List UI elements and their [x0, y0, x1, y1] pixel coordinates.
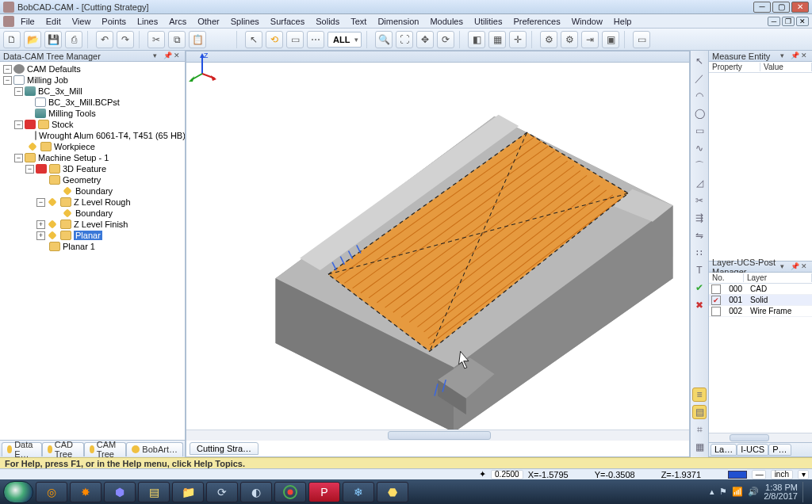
save-button[interactable]: 💾: [44, 31, 62, 48]
tree-bcpst[interactable]: BC_3x_Mill.BCPst: [48, 97, 120, 107]
panel-options-icon[interactable]: ▾: [153, 52, 161, 60]
checkbox-icon[interactable]: [711, 284, 721, 294]
show-desktop-button[interactable]: [802, 482, 809, 502]
tree-3d-feature[interactable]: 3D Feature: [63, 164, 106, 174]
menu-preferences[interactable]: Preferences: [508, 16, 565, 27]
fillet-icon[interactable]: ⌒: [692, 158, 707, 173]
open-button[interactable]: 📂: [24, 31, 41, 48]
checkbox-icon[interactable]: [711, 307, 721, 316]
collapse-icon[interactable]: +: [36, 220, 45, 229]
scrollbar-thumb[interactable]: [730, 434, 769, 441]
panel-close-icon[interactable]: ✕: [801, 52, 809, 60]
task-item[interactable]: ◎: [36, 482, 67, 502]
select-mode-button[interactable]: ⋯: [307, 31, 324, 48]
tree-planar[interactable]: Planar: [74, 231, 102, 240]
text-icon[interactable]: T: [692, 263, 707, 277]
tree-milling-tools[interactable]: Milling Tools: [48, 109, 96, 118]
color-swatch[interactable]: [728, 471, 747, 479]
paste-button[interactable]: 📋: [189, 31, 206, 48]
task-item[interactable]: ◐: [240, 482, 272, 502]
ok-icon[interactable]: ✔: [692, 281, 707, 295]
tree-milling-job[interactable]: Milling Job: [27, 75, 68, 85]
panel-pin-icon[interactable]: 📌: [791, 52, 799, 60]
minimize-button[interactable]: ─: [753, 2, 771, 13]
redo-button[interactable]: ↷: [117, 31, 134, 48]
zoom-button[interactable]: 🔍: [375, 31, 393, 48]
select-filter-combo[interactable]: ALL: [327, 32, 362, 48]
task-item[interactable]: ⟳: [206, 482, 238, 502]
tree-material[interactable]: Wrought Alum 6061-T4, T451 (65 HB): [39, 131, 185, 140]
select-chain-button[interactable]: ⟲: [266, 31, 283, 48]
panel-pin-icon[interactable]: 📌: [791, 263, 799, 271]
task-item[interactable]: P: [308, 482, 340, 502]
cam-tree[interactable]: −CAM Defaults −Milling Job −BC_3x_Mill B…: [0, 62, 185, 440]
print-button[interactable]: ⎙: [65, 31, 82, 48]
layer-row[interactable]: ✔001Solid: [709, 295, 812, 306]
cut-button[interactable]: ✂: [147, 31, 165, 48]
rotate-button[interactable]: ⟳: [437, 31, 454, 48]
menu-points[interactable]: Points: [97, 16, 131, 27]
sim-button[interactable]: ⚙: [540, 31, 557, 48]
tree-machine-setup[interactable]: Machine Setup - 1: [38, 153, 109, 162]
scrollbar-thumb[interactable]: [388, 431, 491, 440]
array-icon[interactable]: ∷: [692, 246, 707, 260]
menu-solids[interactable]: Solids: [311, 16, 344, 27]
cancel-icon[interactable]: ✖: [692, 298, 707, 312]
layer-row[interactable]: 002Wire Frame: [709, 306, 812, 317]
panel-pin-icon[interactable]: 📌: [163, 52, 171, 60]
panel-close-icon[interactable]: ✕: [801, 263, 809, 271]
expand-icon[interactable]: −: [3, 65, 12, 74]
tab-cad-tree[interactable]: CAD Tree: [42, 442, 84, 456]
task-item[interactable]: ⬢: [104, 482, 136, 502]
tray-flag-icon[interactable]: ⚑: [719, 487, 727, 497]
tab-layer[interactable]: La…: [710, 444, 737, 456]
menu-arcs[interactable]: Arcs: [164, 16, 191, 27]
tab-bobart[interactable]: BobArt…: [126, 442, 183, 456]
tree-cam-defaults[interactable]: CAM Defaults: [27, 64, 81, 74]
task-item[interactable]: ❄: [343, 482, 374, 502]
tree-planar1[interactable]: Planar 1: [63, 242, 95, 251]
checkbox-icon[interactable]: ✔: [711, 296, 721, 305]
menu-dimension[interactable]: Dimension: [373, 16, 423, 27]
color-icon[interactable]: ▤: [692, 405, 707, 419]
viewport-tab[interactable]: Cutting Stra…: [190, 442, 259, 455]
close-button[interactable]: ✕: [791, 2, 809, 13]
expand-icon[interactable]: −: [14, 87, 23, 96]
menu-help[interactable]: Help: [609, 16, 637, 27]
arc-icon[interactable]: ◠: [692, 89, 707, 103]
tree-stock[interactable]: Stock: [52, 120, 74, 129]
menu-surfaces[interactable]: Surfaces: [266, 16, 309, 27]
wireframe-button[interactable]: ▦: [488, 31, 506, 48]
menu-lines[interactable]: Lines: [132, 16, 163, 27]
tree-bc3xmill[interactable]: BC_3x_Mill: [38, 86, 82, 96]
tab-ucs[interactable]: I-UCS: [737, 444, 768, 456]
tray-volume-icon[interactable]: 🔊: [748, 487, 759, 497]
expand-icon[interactable]: −: [36, 198, 45, 207]
tab-post[interactable]: P…: [768, 444, 791, 456]
mdi-restore-button[interactable]: ❐: [782, 17, 795, 26]
pan-button[interactable]: ✥: [416, 31, 434, 48]
menu-other[interactable]: Other: [193, 16, 224, 27]
increment-field[interactable]: 0.2500: [491, 470, 523, 479]
menu-utilities[interactable]: Utilities: [469, 16, 507, 27]
post-button[interactable]: ⚙: [561, 31, 578, 48]
tree-geometry[interactable]: Geometry: [63, 175, 101, 185]
menu-window[interactable]: Window: [567, 16, 607, 27]
calc-icon[interactable]: ⌗: [692, 422, 707, 437]
task-item[interactable]: ⬣: [377, 482, 408, 502]
offset-icon[interactable]: ⇶: [692, 211, 707, 225]
circle-icon[interactable]: ◯: [692, 106, 707, 120]
rect-icon[interactable]: ▭: [692, 124, 707, 138]
origin-button[interactable]: ✛: [509, 31, 527, 48]
undo-button[interactable]: ↶: [96, 31, 113, 48]
task-item[interactable]: ▤: [138, 482, 170, 502]
stock-button[interactable]: ▣: [602, 31, 619, 48]
menu-splines[interactable]: Splines: [226, 16, 264, 27]
maximize-button[interactable]: ▢: [772, 2, 790, 13]
panel-options-icon[interactable]: ▾: [780, 52, 788, 60]
menu-file[interactable]: File: [16, 16, 40, 27]
layer-row[interactable]: 000CAD: [709, 284, 812, 295]
viewport-3d[interactable]: z Cutting Stra…: [186, 51, 690, 457]
grid-icon[interactable]: ▦: [692, 440, 707, 454]
select-window-button[interactable]: ▭: [286, 31, 304, 48]
